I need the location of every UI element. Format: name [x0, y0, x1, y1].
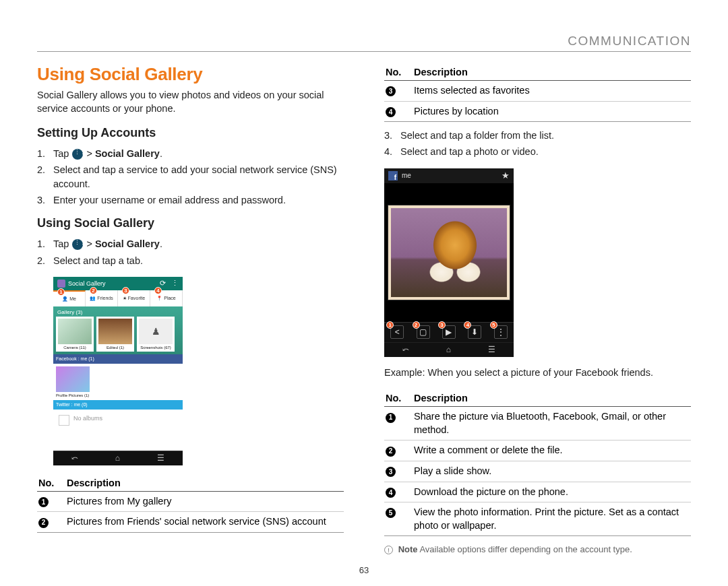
th-no: No. [384, 390, 413, 407]
more-button: 5⋮ [494, 325, 508, 339]
star-icon: ★ [502, 170, 510, 181]
thumb-edited: Edited (1) [96, 317, 134, 352]
table-row: 5View the photo information. Print the p… [384, 502, 691, 536]
nav-bar: ⤺ ⌂ ☰ [384, 342, 514, 357]
nav-bar: ⤺ ⌂ ☰ [53, 451, 183, 465]
facebook-row: Facebook : me (1) [53, 354, 183, 364]
table-row: 4Download the picture on the phone. [384, 482, 691, 502]
download-button: 4⬇ [468, 325, 481, 339]
page-header: COMMUNICATION [37, 34, 691, 52]
table-row: 1Share the picture via Bluetooth, Facebo… [384, 407, 691, 441]
table-row: 3 Items selected as favorites [384, 81, 691, 102]
using-step-1: 1. Tap > Social Gallery. [37, 237, 344, 251]
person-icon: 👤 [62, 296, 68, 302]
info-icon: ! [384, 546, 393, 554]
table-row: 3Play a slide show. [384, 461, 691, 482]
tab-place: 4 📍Place [150, 290, 183, 306]
callout-2: 2 [90, 287, 97, 294]
app-titlebar: Social Gallery ⟳ ⋮ [53, 277, 183, 290]
setup-steps: 1. Tap > Social Gallery. 2. Select and t… [37, 147, 344, 207]
table-bottom-right: No. Description 1Share the picture via B… [384, 390, 691, 536]
row-num: 2 [38, 518, 49, 528]
table-row: 2Write a comment or delete the file. [384, 441, 691, 461]
apps-icon [72, 239, 83, 250]
intro-text: Social Gallery allows you to view photos… [37, 89, 344, 115]
ghost-icon [59, 415, 69, 426]
recent-icon: ☰ [488, 345, 495, 354]
row-num: 3 [386, 467, 396, 477]
main-title: Using Social Gallery [37, 64, 344, 85]
screenshot-photo: me ★ 1< 2▢ 3▶ 4⬇ 5⋮ ⤺ ⌂ ☰ [384, 168, 514, 357]
callout-3: 3 [122, 287, 129, 294]
using-title: Using Social Gallery [37, 216, 344, 230]
note: ! Note Available options differ dependin… [384, 544, 691, 556]
right-steps: 3. Select and tap a folder from the list… [384, 129, 691, 159]
toolbar: 1< 2▢ 3▶ 4⬇ 5⋮ [384, 322, 514, 342]
callout-1: 1 [57, 288, 65, 296]
using-step-2: 2. Select and tap a tab. [37, 254, 344, 267]
th-no: No. [37, 475, 65, 492]
row-num: 4 [386, 488, 396, 498]
callout-4: 4 [154, 287, 162, 294]
tabs-row: 1 👤Me 2 👥Friends 3 ★Favorite 4 📍Place [53, 290, 183, 306]
thumb-camera: Camera (11) [56, 317, 94, 352]
twitter-row: Twitter : me (0) [53, 400, 183, 410]
example-text: Example: When you select a picture of yo… [384, 366, 691, 380]
app-icon [57, 280, 65, 288]
home-icon: ⌂ [446, 345, 451, 354]
screenshot-gallery: Social Gallery ⟳ ⋮ 1 👤Me 2 👥Friends 3 ★F… [53, 277, 183, 465]
people-icon: 👥 [90, 296, 96, 301]
table-row: 1 Pictures from My gallery [37, 491, 344, 512]
table-row: 2 Pictures from Friends' social network … [37, 512, 344, 533]
step-1: 1. Tap > Social Gallery. [37, 147, 344, 160]
page-number: 63 [359, 565, 369, 575]
step-4r: 4. Select and tap a photo or video. [384, 145, 691, 158]
comment-button: 2▢ [417, 325, 430, 339]
row-num: 5 [386, 508, 396, 518]
section-name: COMMUNICATION [568, 34, 691, 48]
star-icon: ★ [123, 296, 127, 301]
photo-area [384, 183, 514, 322]
right-column: No. Description 3 Items selected as favo… [384, 64, 691, 556]
th-desc: Description [413, 390, 691, 407]
step-3r: 3. Select and tap a folder from the list… [384, 129, 691, 142]
pin-icon: 📍 [156, 296, 162, 301]
row-num: 1 [386, 413, 396, 423]
dog-photo [388, 205, 510, 300]
home-icon: ⌂ [115, 453, 120, 463]
step-3: 3. Enter your username or email address … [37, 193, 344, 207]
recent-icon: ☰ [157, 453, 164, 463]
tab-me: 1 👤Me [53, 290, 86, 306]
using-steps: 1. Tap > Social Gallery. 2. Select and t… [37, 237, 344, 267]
row-num: 3 [386, 86, 396, 96]
row-num: 2 [386, 447, 396, 457]
row-num: 1 [38, 497, 49, 507]
facebook-body: Profile Pictures (1) [53, 364, 183, 400]
left-column: Using Social Gallery Social Gallery allo… [37, 64, 344, 556]
refresh-icon: ⟳ [160, 279, 166, 288]
step-2: 2. Select and tap a service to add your … [37, 163, 344, 191]
setup-title: Setting Up Accounts [37, 126, 344, 140]
share-button: 1< [390, 325, 404, 339]
back-icon: ⤺ [402, 345, 409, 354]
back-icon: ⤺ [71, 453, 78, 463]
tab-friends: 2 👥Friends [86, 290, 118, 306]
th-desc: Description [413, 64, 691, 81]
profile-picture-thumb [56, 366, 90, 392]
th-no: No. [384, 64, 413, 81]
facebook-icon [388, 171, 398, 181]
table-row: 4 Pictures by location [384, 101, 691, 122]
gallery-section: Gallery (3) Camera (11) Edited (1) ♟Scre… [53, 306, 183, 354]
empty-row: No albums [53, 410, 183, 451]
apps-icon [72, 149, 83, 160]
thumb-screenshots: ♟Screenshots (67) [137, 317, 175, 352]
photo-topbar: me ★ [384, 168, 514, 183]
table-left: No. Description 1 Pictures from My galle… [37, 475, 344, 533]
menu-icon: ⋮ [171, 279, 179, 288]
row-num: 4 [386, 107, 396, 117]
tab-favorite: 3 ★Favorite [118, 290, 150, 306]
slideshow-button: 3▶ [442, 325, 456, 339]
th-desc: Description [65, 475, 344, 492]
table-top-right: No. Description 3 Items selected as favo… [384, 64, 691, 122]
